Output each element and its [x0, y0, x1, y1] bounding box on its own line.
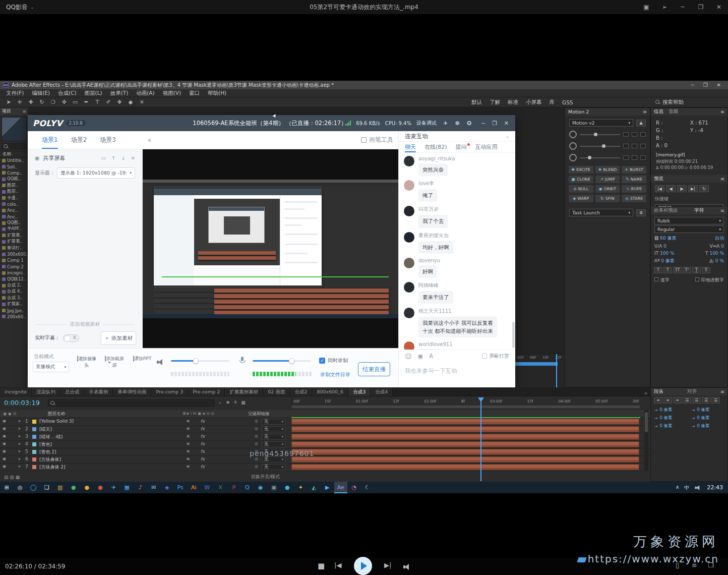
- layer-name[interactable]: [晴天]: [39, 426, 52, 433]
- ae-workspace-item[interactable]: 了解: [490, 99, 500, 106]
- minimize-button[interactable]: ─: [674, 0, 692, 14]
- subtitle-toggle[interactable]: 关: [63, 334, 79, 342]
- app-menu-button[interactable]: QQ影音 ⌄: [0, 0, 40, 14]
- font-size-value[interactable]: 60 像素: [660, 236, 676, 241]
- motion-preset-select[interactable]: Motion v2▾: [569, 119, 633, 127]
- project-item[interactable]: Anc..: [0, 207, 28, 213]
- ae-tool-icon[interactable]: T: [92, 99, 103, 105]
- motion-effect-button[interactable]: ◈ WARP: [568, 194, 594, 203]
- layer-name-column[interactable]: 图层名称: [48, 411, 65, 417]
- timeline-scrollbar[interactable]: [644, 410, 648, 471]
- share-screen-item[interactable]: 共享屏幕: [43, 154, 66, 162]
- hscale-value[interactable]: 100 %: [709, 251, 724, 256]
- layer-duration-bar[interactable]: [291, 434, 639, 440]
- play-button[interactable]: [354, 557, 372, 575]
- scene-tab[interactable]: 场景1: [42, 131, 58, 149]
- project-item[interactable]: Comp 2: [0, 264, 28, 270]
- ae-tool-icon[interactable]: ◆: [125, 99, 136, 105]
- paragraph-field[interactable]: ⇥0 像素: [652, 406, 689, 414]
- motion-effect-button[interactable]: ✎ NAME: [621, 175, 647, 184]
- layer-visibility-icon[interactable]: ◉: [3, 426, 6, 431]
- timeline-layer-row[interactable]: ◉ ▸ 7 [方块身体 2] ◈ fx ◎ 无▾: [0, 464, 650, 471]
- ae-tool-icon[interactable]: ❍: [47, 99, 58, 105]
- share-action-icon[interactable]: ▭: [101, 155, 105, 161]
- polyv-window-button[interactable]: ✕: [503, 120, 510, 127]
- project-item[interactable]: 图层..: [0, 183, 28, 189]
- ae-workspace-item[interactable]: 小屏幕: [526, 99, 542, 106]
- tracking-value[interactable]: 0: [721, 244, 724, 249]
- layer-name[interactable]: [青色]: [39, 441, 52, 448]
- chat-tab[interactable]: 聊天: [405, 142, 416, 152]
- taskbar-app-icon[interactable]: ☾: [361, 482, 375, 493]
- layer-visibility-icon[interactable]: ◉: [3, 434, 6, 438]
- block-reward-checkbox[interactable]: 屏蔽打赏: [482, 353, 509, 360]
- tray-icon[interactable]: 中: [684, 484, 689, 491]
- taskbar-app-icon[interactable]: X: [214, 482, 227, 493]
- comp-tab[interactable]: 02 画面: [263, 388, 290, 396]
- taskbar-app-icon[interactable]: ◯: [27, 482, 40, 493]
- panel-menu-icon[interactable]: ≡: [720, 389, 724, 394]
- microphone-icon[interactable]: [239, 356, 245, 366]
- ae-window-button[interactable]: ❐: [703, 82, 708, 88]
- record-checkbox[interactable]: ✓同时录制: [319, 357, 348, 364]
- add-screen-button[interactable]: 添加截屏源: [103, 356, 126, 369]
- taskbar-app-icon[interactable]: ●: [281, 482, 294, 493]
- image-icon[interactable]: ▣: [418, 353, 423, 360]
- scene-tab[interactable]: 场景2: [71, 131, 87, 149]
- ae-tool-icon[interactable]: ✒: [81, 99, 92, 105]
- project-item[interactable]: 整话打..: [0, 245, 28, 251]
- transport-button[interactable]: ◀: [666, 185, 676, 192]
- layer-name[interactable]: [青色 2]: [39, 449, 56, 455]
- comp-tab[interactable]: 合成2: [290, 388, 312, 396]
- project-item[interactable]: 卡通..: [0, 195, 28, 201]
- motion-effect-button[interactable]: ↻ SPIN: [595, 194, 621, 203]
- taskbar-app-icon[interactable]: ✦: [294, 482, 308, 493]
- kerning-value[interactable]: 0: [663, 244, 666, 249]
- next-button[interactable]: ▶|: [384, 561, 391, 569]
- display-select[interactable]: 显示器 1: 1920x1080 @ -19:▾: [57, 167, 135, 179]
- taskbar-app-icon[interactable]: ▥: [53, 482, 67, 493]
- ae-menu-item[interactable]: 编辑(E): [28, 90, 54, 97]
- task-launch-select[interactable]: Task Launch▾: [569, 209, 633, 216]
- taskbar-app-icon[interactable]: ◭: [308, 482, 321, 493]
- leading-value[interactable]: 自动: [715, 236, 724, 241]
- taskbar-app-icon[interactable]: ✉: [147, 482, 161, 493]
- ae-menu-item[interactable]: 帮助(H): [204, 90, 230, 97]
- project-item[interactable]: Comp..: [0, 170, 28, 176]
- share-action-icon[interactable]: ↓: [121, 155, 125, 161]
- ae-menu-item[interactable]: 效果(T): [106, 90, 133, 97]
- layer-color-chip[interactable]: [32, 457, 36, 462]
- ae-menu-item[interactable]: 图层(L): [81, 90, 106, 97]
- layer-color-chip[interactable]: [32, 465, 36, 469]
- fx-badge[interactable]: fx: [201, 419, 205, 424]
- vscale-value[interactable]: 100 %: [660, 251, 675, 256]
- layer-parent-select[interactable]: 无▾: [262, 464, 285, 470]
- font-style-select[interactable]: Regular▾: [654, 225, 724, 233]
- panel-menu-icon[interactable]: ≡: [720, 176, 724, 182]
- project-item[interactable]: 合成 2..: [0, 282, 28, 289]
- comp-tab[interactable]: 合成4: [371, 388, 393, 396]
- transport-button[interactable]: |◀: [655, 185, 664, 192]
- layer-color-chip[interactable]: [32, 420, 36, 424]
- project-item[interactable]: Jpg.Jpe..: [0, 307, 28, 313]
- knob[interactable]: [569, 154, 577, 161]
- maximize-button[interactable]: ❐: [692, 0, 710, 14]
- ae-tool-icon[interactable]: ✛: [14, 99, 25, 105]
- comp-tab[interactable]: 合成3: [348, 388, 371, 396]
- timeline-layer-row[interactable]: ◉ ▸ 1 [Yellow Solid 3] ◈ fx ◎ 无▾: [0, 418, 650, 426]
- comp-tab[interactable]: incognito: [0, 388, 32, 396]
- ligatures-checkbox[interactable]: 连字: [654, 277, 670, 283]
- panel-menu-icon[interactable]: ≡: [720, 208, 724, 213]
- polyv-tool-icon[interactable]: ✈: [442, 120, 449, 127]
- timeline-layer-row[interactable]: ◉ ▸ 6 [方块身体] ◈ fx ◎ 无▾: [0, 456, 650, 464]
- ae-menu-item[interactable]: 窗口: [185, 90, 204, 97]
- speaker-icon[interactable]: [157, 358, 164, 367]
- timeline-layer-row[interactable]: ◉ ▸ 3 [晴球，-晴] ◈ fx ◎ 无▾: [0, 433, 650, 441]
- project-item[interactable]: Comp 1: [0, 257, 28, 263]
- scene-tab[interactable]: 场景3: [100, 131, 116, 149]
- add-camera-button[interactable]: 添加摄像头: [76, 356, 98, 369]
- add-ppt-button[interactable]: 添加PPT: [131, 356, 153, 362]
- taskbar-app-icon[interactable]: ●: [67, 482, 81, 493]
- motion-effect-button[interactable]: ✚ EXCITE: [568, 165, 594, 174]
- comp-tab[interactable]: 菜单弹性动画: [113, 388, 151, 396]
